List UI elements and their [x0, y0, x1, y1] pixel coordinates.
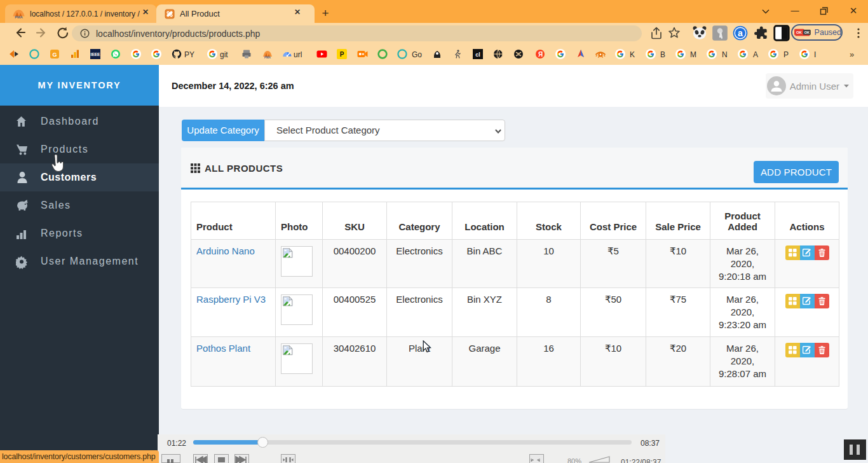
svg-text:OK: OK	[796, 31, 803, 34]
svg-text:OK: OK	[804, 31, 810, 34]
svg-text:PMA: PMA	[15, 15, 22, 19]
svg-text:a: a	[738, 28, 743, 38]
